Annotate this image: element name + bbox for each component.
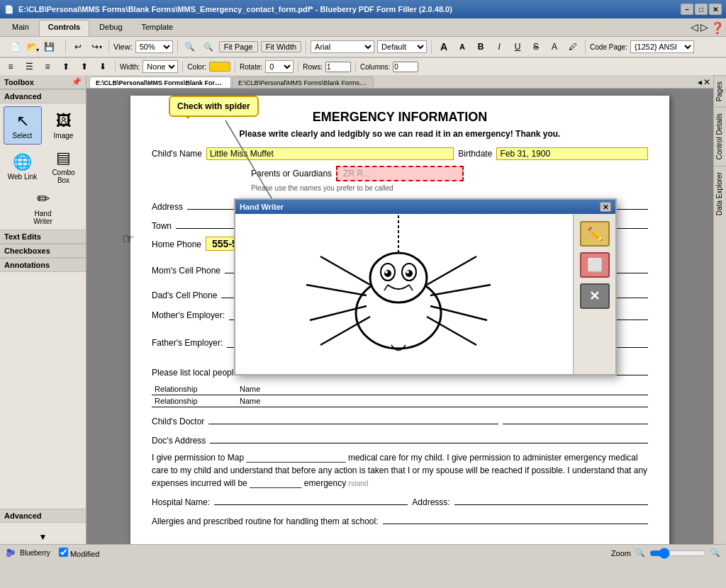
- strikethrough-btn[interactable]: S: [528, 40, 544, 54]
- underline-btn[interactable]: U: [510, 40, 525, 54]
- side-panel-data-explorer[interactable]: Data Explorer: [714, 166, 726, 221]
- dialog-tools: ✏️ ⬜ ✕: [573, 214, 615, 374]
- fit-width-button[interactable]: Fit Width: [261, 41, 301, 52]
- toolbox-item-combobox[interactable]: ▤ Combo Box: [45, 147, 83, 186]
- dialog-canvas[interactable]: [235, 214, 573, 374]
- help-icon[interactable]: ❓: [710, 21, 725, 35]
- father-employer-label: Father's Employer:: [152, 338, 223, 348]
- pdf-subtitle: Please write clearly and ledgibly so we …: [152, 129, 648, 139]
- doctor-section: Child's Doctor Doc's Address: [152, 413, 648, 446]
- relationship-header-1: Relationship: [152, 383, 237, 395]
- zoom-slider[interactable]: [649, 548, 706, 559]
- toolbox-scroll-down[interactable]: ▼: [39, 532, 48, 542]
- tab-list-icon[interactable]: ◂: [698, 77, 702, 87]
- zoom-in-btn[interactable]: 🔍: [182, 40, 198, 54]
- doc-tab-1-label: E:\CLB\Personal\MMS Forms\Blank Forms\MM…: [96, 79, 231, 86]
- doc-tab-2[interactable]: E:\CLB\Personal\MMS Forms\Blank Forms\MM…: [232, 77, 374, 88]
- tab-template[interactable]: Template: [133, 20, 183, 36]
- toolbox-section-advanced-top[interactable]: Advanced: [0, 89, 86, 103]
- close-tool-button[interactable]: ✕: [580, 283, 610, 309]
- toolbox-section-advanced-bottom[interactable]: Advanced: [0, 509, 86, 523]
- zoom-out-btn[interactable]: 🔍: [201, 40, 216, 54]
- handwriter-dialog[interactable]: Hand Writer ✕: [234, 198, 617, 375]
- side-panel-pages[interactable]: Pages: [714, 75, 726, 107]
- rotate-select[interactable]: 0: [265, 60, 294, 73]
- title-bar-left: 📄 E:\CLB\Personal\MMS Forms\Blank Forms\…: [4, 5, 452, 14]
- zoom-plus-icon[interactable]: 🔍: [710, 548, 720, 558]
- sep11: [355, 61, 356, 72]
- align-center-btn[interactable]: ☰: [21, 60, 37, 74]
- zoom-minus-icon[interactable]: 🔍: [635, 548, 645, 558]
- font-family-select[interactable]: Arial: [311, 40, 374, 53]
- hospital-name-field[interactable]: [214, 494, 408, 505]
- width-select[interactable]: None: [143, 60, 178, 73]
- rows-input[interactable]: [325, 62, 351, 72]
- align-top-btn[interactable]: ⬆: [58, 60, 74, 74]
- spider-drawing: [235, 214, 562, 370]
- dialog-body: ✏️ ⬜ ✕: [235, 214, 615, 374]
- color-picker-btn[interactable]: [209, 62, 230, 72]
- tab-controls[interactable]: Controls: [39, 20, 89, 36]
- eraser-tool-button[interactable]: ⬜: [580, 252, 610, 278]
- toolbox-section-annotations[interactable]: Annotations: [0, 258, 86, 272]
- contact-field-1[interactable]: [525, 383, 586, 395]
- minimize-button[interactable]: –: [681, 4, 693, 15]
- maximize-button[interactable]: □: [695, 4, 708, 15]
- dialog-close-button[interactable]: ✕: [600, 202, 611, 212]
- tab-close-all-icon[interactable]: ✕: [703, 77, 710, 87]
- hospital-address-field[interactable]: [454, 494, 648, 505]
- doc-tab-1[interactable]: E:\CLB\Personal\MMS Forms\Blank Forms\MM…: [89, 77, 231, 88]
- redo-dropdown[interactable]: ↪▾: [89, 40, 104, 54]
- toolbox-item-handwriter[interactable]: ✏ Hand Writer: [24, 188, 62, 227]
- rotate-label: Rotate:: [240, 63, 262, 71]
- tab-debug[interactable]: Debug: [90, 20, 131, 36]
- toolbox-item-image[interactable]: 🖼 Image: [45, 106, 83, 145]
- align-bottom-btn[interactable]: ⬇: [95, 60, 111, 74]
- font-size-select[interactable]: Default: [377, 40, 427, 53]
- align-middle-btn[interactable]: ⬆: [77, 60, 92, 74]
- ribbon-nav-back[interactable]: ◁: [691, 21, 698, 35]
- toolbox-section-textedits[interactable]: Text Edits: [0, 230, 86, 244]
- image-icon: 🖼: [56, 112, 72, 130]
- ribbon-nav-fwd[interactable]: ▷: [700, 21, 708, 35]
- increase-font-btn[interactable]: A: [436, 40, 452, 54]
- save-button[interactable]: 💾: [41, 40, 57, 54]
- toolbox-item-select[interactable]: ↖ Select: [4, 106, 42, 145]
- view-dropdown[interactable]: 50%75%100%: [135, 40, 173, 53]
- allergies-field[interactable]: [383, 513, 648, 524]
- italic-btn[interactable]: I: [491, 40, 507, 54]
- birthdate-field[interactable]: Feb 31, 1900: [496, 147, 648, 160]
- undo-button[interactable]: ↩: [70, 40, 86, 54]
- new-button[interactable]: 📄: [7, 40, 23, 54]
- decrease-font-btn[interactable]: A: [454, 40, 470, 54]
- childs-doctor-field[interactable]: [208, 413, 498, 424]
- toolbox-section-checkboxes[interactable]: Checkboxes: [0, 244, 86, 258]
- contact-field-2[interactable]: [586, 383, 648, 395]
- toolbox-pin[interactable]: 📌: [72, 77, 82, 86]
- highlight-btn[interactable]: 🖊: [565, 40, 581, 54]
- sep2: [108, 40, 109, 54]
- bold-btn[interactable]: B: [473, 40, 488, 54]
- modified-checkbox[interactable]: [59, 548, 68, 557]
- tab-main[interactable]: Main: [3, 20, 38, 36]
- code-page-select[interactable]: {1252} ANSI: [630, 40, 694, 53]
- handwriter-label: Hand Writer: [26, 210, 60, 225]
- open-button[interactable]: 📂▾: [24, 40, 40, 54]
- align-right-btn[interactable]: ≡: [40, 60, 55, 74]
- pencil-tool-button[interactable]: ✏️: [580, 221, 610, 247]
- color-btn[interactable]: A: [547, 40, 562, 54]
- childs-doctor-field2[interactable]: [503, 413, 648, 424]
- contact-field-3[interactable]: [525, 395, 586, 407]
- parents-field[interactable]: ZR R...: [336, 166, 464, 181]
- toolbox-bottom: Advanced ▼: [0, 509, 86, 544]
- svg-point-3: [370, 253, 427, 303]
- side-panel-control-details[interactable]: Control Details: [714, 107, 726, 166]
- contact-field-4[interactable]: [586, 395, 648, 407]
- columns-input[interactable]: [393, 62, 418, 72]
- fit-page-button[interactable]: Fit Page: [219, 41, 258, 52]
- child-name-field[interactable]: Little Miss Muffet: [206, 147, 454, 160]
- align-left-btn[interactable]: ≡: [3, 60, 18, 74]
- toolbox-item-weblink[interactable]: 🌐 Web Link: [4, 147, 42, 186]
- doc-address-field[interactable]: [210, 432, 648, 443]
- close-button[interactable]: ✕: [709, 4, 722, 15]
